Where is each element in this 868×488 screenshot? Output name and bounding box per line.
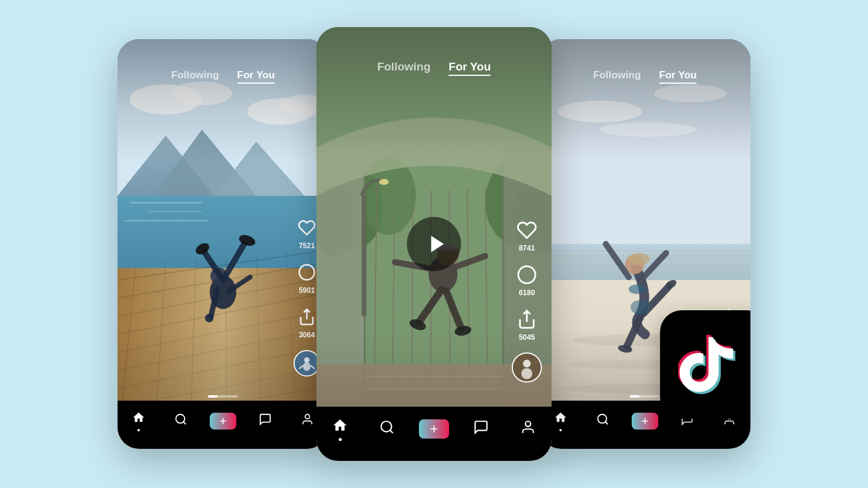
phones-container: Following For You 7521 bbox=[118, 27, 750, 461]
svg-point-111 bbox=[598, 414, 607, 424]
svg-point-84 bbox=[381, 421, 391, 431]
share-count-center: 5045 bbox=[519, 333, 535, 342]
search-icon-center bbox=[379, 419, 395, 439]
svg-point-82 bbox=[523, 360, 531, 368]
nav-profile-center[interactable] bbox=[505, 419, 552, 439]
nav-add-right[interactable] bbox=[624, 413, 666, 430]
svg-point-41 bbox=[304, 357, 309, 363]
like-action-center[interactable]: 8741 bbox=[515, 219, 538, 252]
nav-inbox-left[interactable] bbox=[244, 413, 286, 430]
comment-count-center: 6180 bbox=[519, 289, 535, 297]
comment-action-center[interactable]: 6180 bbox=[515, 263, 538, 297]
scroll-dot-left bbox=[208, 395, 218, 398]
plus-button-center[interactable] bbox=[419, 419, 449, 439]
svg-point-45 bbox=[176, 414, 185, 424]
home-dot-left bbox=[137, 429, 140, 431]
nav-following-right[interactable]: Following bbox=[593, 69, 641, 81]
nav-for-you-right[interactable]: For You bbox=[659, 69, 697, 81]
phone-right: Following For You 4367 bbox=[539, 39, 750, 449]
nav-search-right[interactable] bbox=[582, 413, 624, 430]
like-action-left[interactable]: 7521 bbox=[295, 216, 318, 250]
svg-point-85 bbox=[526, 421, 531, 427]
nav-search-center[interactable] bbox=[363, 419, 410, 439]
comment-icon-center bbox=[515, 263, 538, 286]
share-icon-left bbox=[295, 305, 318, 328]
svg-point-46 bbox=[305, 414, 309, 419]
bottom-nav-left bbox=[118, 401, 329, 449]
scroll-indicator-right bbox=[630, 395, 660, 398]
nav-add-center[interactable] bbox=[410, 419, 458, 439]
comment-count-left: 5901 bbox=[299, 286, 315, 295]
inbox-icon-center bbox=[473, 419, 489, 439]
like-count-center: 8741 bbox=[519, 244, 535, 252]
comment-action-left[interactable]: 5901 bbox=[295, 261, 318, 295]
search-icon-right bbox=[596, 413, 609, 430]
scroll-indicator-left bbox=[208, 395, 238, 398]
heart-icon-left bbox=[295, 216, 318, 239]
nav-following-left[interactable]: Following bbox=[171, 69, 219, 81]
share-count-left: 3064 bbox=[299, 331, 315, 339]
comment-icon-left bbox=[295, 261, 318, 284]
svg-point-42 bbox=[303, 362, 311, 371]
home-dot-right bbox=[559, 429, 562, 431]
play-button-center[interactable] bbox=[407, 217, 461, 271]
nav-home-center[interactable] bbox=[316, 418, 363, 441]
top-nav-left: Following For You bbox=[118, 39, 329, 89]
inbox-icon-left bbox=[259, 413, 272, 430]
share-action-center[interactable]: 5045 bbox=[515, 308, 538, 342]
phone-center: Following For You 8741 bbox=[316, 27, 552, 461]
home-icon-right bbox=[554, 411, 567, 428]
phone-center-inner: Following For You 8741 bbox=[316, 27, 552, 461]
scroll-dot-right bbox=[630, 395, 640, 398]
nav-home-left[interactable] bbox=[118, 411, 160, 431]
svg-point-83 bbox=[521, 368, 532, 379]
profile-icon-left bbox=[301, 413, 314, 430]
home-dot-center bbox=[339, 438, 342, 441]
tiktok-app-icon[interactable] bbox=[660, 310, 750, 419]
phone-left-inner: Following For You 7521 bbox=[118, 39, 329, 449]
nav-for-you-left[interactable]: For You bbox=[237, 69, 275, 81]
profile-icon-center bbox=[520, 419, 536, 439]
share-action-left[interactable]: 3064 bbox=[295, 305, 318, 339]
heart-icon-center bbox=[515, 219, 538, 242]
creator-avatar-center[interactable] bbox=[512, 352, 542, 383]
nav-following-center[interactable]: Following bbox=[377, 60, 431, 74]
like-count-left: 7521 bbox=[299, 242, 315, 250]
home-icon-center bbox=[332, 418, 348, 437]
side-actions-center: 8741 6180 bbox=[512, 219, 542, 383]
nav-inbox-center[interactable] bbox=[458, 419, 505, 439]
nav-add-left[interactable] bbox=[202, 413, 244, 430]
phone-left: Following For You 7521 bbox=[118, 39, 329, 449]
share-icon-center bbox=[515, 308, 538, 331]
plus-button-right[interactable] bbox=[632, 413, 658, 430]
top-nav-right: Following For You bbox=[539, 39, 750, 89]
nav-for-you-center[interactable]: For You bbox=[448, 60, 491, 74]
search-icon-left bbox=[174, 413, 187, 430]
nav-search-left[interactable] bbox=[160, 413, 202, 430]
home-icon-left bbox=[132, 411, 145, 428]
plus-button-left[interactable] bbox=[210, 413, 236, 430]
bottom-nav-center bbox=[316, 407, 552, 461]
top-nav-center: Following For You bbox=[316, 27, 552, 81]
